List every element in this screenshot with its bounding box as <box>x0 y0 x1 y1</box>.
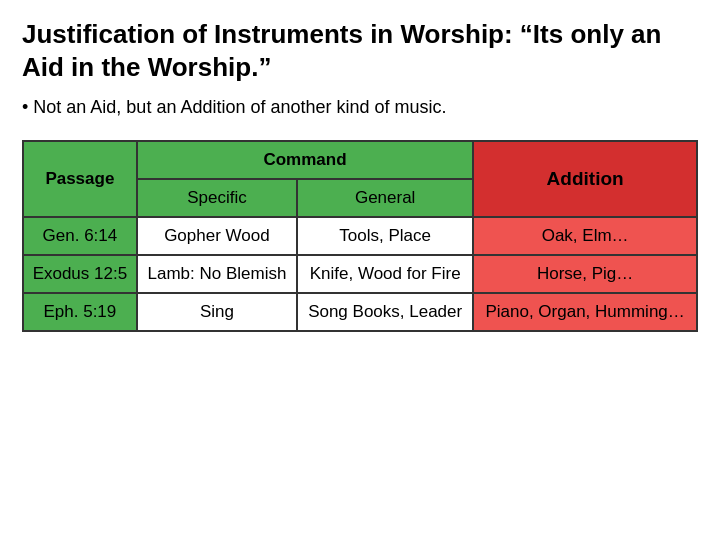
header-passage: Passage <box>23 141 137 217</box>
cell-passage: Exodus 12:5 <box>23 255 137 293</box>
cell-general: Song Books, Leader <box>297 293 473 331</box>
cell-addition: Horse, Pig… <box>473 255 697 293</box>
table-row: Exodus 12:5Lamb: No BlemishKnife, Wood f… <box>23 255 697 293</box>
subtitle: • Not an Aid, but an Addition of another… <box>22 97 698 118</box>
table-row: Gen. 6:14Gopher WoodTools, PlaceOak, Elm… <box>23 217 697 255</box>
cell-addition: Oak, Elm… <box>473 217 697 255</box>
header-addition: Addition <box>473 141 697 217</box>
cell-passage: Eph. 5:19 <box>23 293 137 331</box>
cell-specific: Lamb: No Blemish <box>137 255 297 293</box>
header-specific: Specific <box>137 179 297 217</box>
cell-specific: Gopher Wood <box>137 217 297 255</box>
cell-addition: Piano, Organ, Humming… <box>473 293 697 331</box>
header-general: General <box>297 179 473 217</box>
cell-passage: Gen. 6:14 <box>23 217 137 255</box>
table-row: Eph. 5:19SingSong Books, LeaderPiano, Or… <box>23 293 697 331</box>
title: Justification of Instruments in Worship:… <box>22 18 698 83</box>
cell-general: Knife, Wood for Fire <box>297 255 473 293</box>
cell-general: Tools, Place <box>297 217 473 255</box>
cell-specific: Sing <box>137 293 297 331</box>
header-command: Command <box>137 141 474 179</box>
main-table: Passage Command Addition Specific Genera… <box>22 140 698 332</box>
